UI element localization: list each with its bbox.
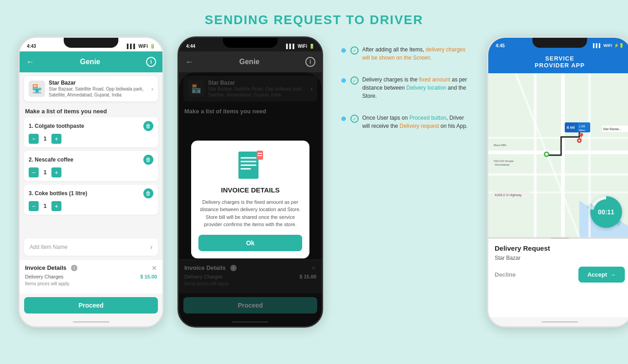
annotation-item-1: ✓ After adding all the Items, delivery c… [350,46,469,62]
add-item-placeholder: Add Item Name [30,244,67,250]
delete-icon-1[interactable]: 🗑 [143,121,153,131]
annotation-text-3: Once User taps on Proceed button, Driver… [362,114,469,130]
invoice-note-1: Items prices will apply. [25,281,157,286]
phone-2: 4:44 ▌▌▌ WiFi 🔋 ← Genie i 🏪 Star Bazar S… [177,36,323,328]
svg-point-32 [578,140,580,142]
annotation-1-wrapper: ✓ After adding all the Items, delivery c… [341,46,469,62]
arrow-right-icon: → [610,271,616,278]
delivery-store-name: Star Bazar [495,255,625,261]
chevron-add-icon: › [150,243,152,251]
qty-plus-2[interactable]: + [51,167,61,177]
delivery-value-1: $ 15.00 [140,274,157,279]
back-icon[interactable]: ← [26,57,34,67]
annotation-3-wrapper: ✓ Once User taps on Proceed button, Driv… [341,114,469,130]
svg-text:ISKCON Temple: ISKCON Temple [494,160,514,162]
delete-icon-2[interactable]: 🗑 [143,155,153,165]
qty-control-3: − 1 + [29,201,153,211]
phone-3-time: 4:45 [496,43,505,48]
svg-point-29 [545,153,548,156]
item-row-2: 2. Nescafe coffee 🗑 − 1 + [24,151,158,181]
delete-icon-3[interactable]: 🗑 [143,188,153,198]
svg-text:Blast-SBR: Blast-SBR [494,144,506,147]
service-provider-title: SERVICEPROVIDER APP [495,55,625,69]
phone-1-notch [64,38,118,48]
qty-value-2: 1 [41,169,49,176]
phone-1-time: 4:43 [27,44,36,49]
page-title: SENDING REQUEST TO DRIVER [205,13,423,27]
home-indicator-3 [542,321,578,323]
qty-plus-1[interactable]: + [51,134,61,144]
invoice-modal: INVOICE DETAILS Delivery charges is the … [191,141,309,258]
phone-1: 4:43 ▌▌▌ WiFi 🔋 ← Genie i 🏪 Star Bazar S… [18,36,164,328]
annotation-text-1: After adding all the Items, delivery cha… [362,46,469,62]
nav-title-1: Genie [80,58,100,66]
bottom-bar-3 [488,317,628,326]
store-address-1: Star Bazaar, Satellite Road, Opp bidiwal… [49,86,147,98]
delivery-label-1: Delivery Charges [25,274,63,279]
accept-label: Accept [587,271,607,278]
phone-3-notch [532,38,587,48]
svg-text:Ahmedabad: Ahmedabad [495,163,509,166]
svg-rect-10 [488,137,628,139]
invoice-title-1: Invoice Details [25,264,66,271]
svg-rect-14 [488,173,628,176]
modal-text: Delivery charges is the fixed amount as … [198,198,302,228]
store-name-1: Star Bazar [49,80,147,86]
decline-button[interactable]: Decline [495,271,516,278]
items-list-1: 1. Colgate toothpaste 🗑 − 1 + 2. Nescafe… [20,117,162,238]
qty-minus-3[interactable]: − [29,201,39,211]
wifi-icon-3: WiFi [603,43,612,48]
phone-3: 4:45 ▌▌▌ WiFi ⚡🔋 SERVICEPROVIDER APP [487,36,628,328]
phone-2-content: 🏪 Star Bazar Star Bazaar, Satellite Road… [179,72,322,326]
blue-dot-3 [341,116,346,121]
item-3-name: 3. Coke bottles (1 litre) [29,190,87,197]
timer-circle: 00:11 [590,196,622,228]
qty-plus-3[interactable]: + [51,201,61,211]
back-icon-2[interactable]: ← [185,57,193,67]
phone-2-nav-bar: ← Genie i [179,51,322,72]
qty-minus-1[interactable]: − [29,134,39,144]
item-1-name: 1. Colgate toothpaste [29,123,84,129]
info-icon-1[interactable]: i [146,57,156,67]
svg-rect-9 [488,151,628,154]
blue-dot-2 [341,78,346,83]
wifi-icon: WiFi [138,44,148,49]
qty-minus-2[interactable]: − [29,167,39,177]
item-row-3: 3. Coke bottles (1 litre) 🗑 − 1 + [24,185,158,215]
check-icon-2: ✓ [350,76,359,85]
map-area: 4 mi 1.66 Miles 📍 ● A208,S G Highway Sta… [488,73,628,237]
signal-icon-3: ▌▌▌ [593,43,602,48]
store-card-1[interactable]: 🏪 Star Bazar Star Bazaar, Satellite Road… [24,76,158,101]
check-icon-1: ✓ [350,46,359,55]
qty-control-1: − 1 + [29,134,153,144]
annotation-text-2: Delivery charges is the fixed amount as … [362,76,469,100]
delivery-request-title: Delivery Request [495,244,625,252]
svg-text:Miles: Miles [579,129,585,131]
phone-1-content: 🏪 Star Bazar Star Bazaar, Satellite Road… [20,72,162,326]
qty-value-1: 1 [41,136,49,142]
annotation-2-wrapper: ✓ Delivery charges is the fixed amount a… [341,76,469,100]
info-icon-2[interactable]: i [305,57,315,67]
invoice-close-1[interactable]: ✕ [152,264,157,272]
wifi-icon-2: WiFi [298,44,307,49]
add-item-row[interactable]: Add Item Name › [24,238,158,256]
battery-icon-2: 🔋 [309,44,314,49]
chevron-icon-1: › [151,85,153,92]
modal-overlay: INVOICE DETAILS Delivery charges is the … [179,72,322,326]
blue-dot-1 [341,48,346,53]
phone-2-time: 4:44 [186,44,195,49]
accept-button[interactable]: Accept → [578,267,625,283]
annotation-item-2: ✓ Delivery charges is the fixed amount a… [350,76,469,100]
svg-text:A208,S G Highway: A208,S G Highway [495,193,522,197]
proceed-button-1[interactable]: Proceed [24,297,158,313]
invoice-info-icon-1[interactable]: i [71,265,77,271]
phone-2-notch [223,38,278,48]
nav-title-2: Genie [239,58,259,66]
signal-icon: ▌▌▌ [127,44,137,49]
modal-ok-button[interactable]: Ok [198,235,302,251]
timer-display: 00:11 [593,199,619,225]
item-2-name: 2. Nescafe coffee [29,157,73,163]
svg-rect-11 [534,73,537,237]
svg-text:Star Bazaa...: Star Bazaa... [603,127,622,131]
section-label-1: Make a list of items you need [20,105,162,117]
